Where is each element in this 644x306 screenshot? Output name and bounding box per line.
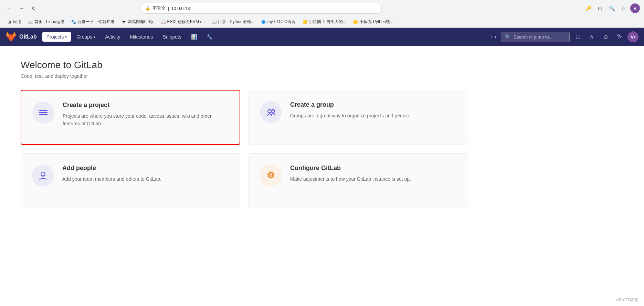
svg-rect-2 xyxy=(39,114,47,115)
url-separator: | xyxy=(168,6,169,11)
monkey1-icon: 🟡 xyxy=(303,20,307,24)
nav-user-avatar[interactable]: V ▾ xyxy=(627,31,638,42)
bookmark-linux[interactable]: 📖 首页 · Linux运维 xyxy=(25,18,67,26)
configure-gitlab-body: Configure GitLab Make adjustments to how… xyxy=(290,165,457,183)
51cto-icon: 🔷 xyxy=(261,20,266,24)
nav-user-initial: V xyxy=(631,34,634,40)
python-icon: 📖 xyxy=(212,20,217,24)
nav-wrench[interactable]: 🔧 xyxy=(202,32,217,42)
help-chevron-icon: ▾ xyxy=(620,35,622,39)
reload-button[interactable]: ↻ xyxy=(29,3,39,13)
nav-help-button[interactable]: ? ▾ xyxy=(614,31,625,42)
plus-chevron-icon: ▾ xyxy=(495,35,496,39)
bookmark-51cto[interactable]: 🔷 my-51CTO博客 xyxy=(258,18,298,26)
add-people-desc: Add your team members and others to GitL… xyxy=(62,175,229,183)
footer-note: ©51CTO简客 xyxy=(616,297,638,303)
star-icon[interactable]: ☆ xyxy=(619,3,628,13)
create-group-title: Create a group xyxy=(290,101,457,108)
wrench-icon: 🔧 xyxy=(207,34,212,40)
create-group-body: Create a group Groups are a great way to… xyxy=(290,101,457,119)
nav-milestones[interactable]: Milestones xyxy=(126,32,157,42)
search-icon[interactable]: 🔍 xyxy=(607,3,616,13)
key-icon[interactable]: 🔑 xyxy=(583,3,593,13)
bookmark-python[interactable]: 📖 目录 · Python全栈... xyxy=(209,18,257,26)
back-button[interactable]: ← xyxy=(4,3,14,13)
configure-gitlab-card[interactable]: Configure GitLab Make adjustments to how… xyxy=(249,153,468,208)
bookmark-python-label: 目录 · Python全栈... xyxy=(218,19,254,25)
nav-plus-button[interactable]: ＋ ▾ xyxy=(487,31,498,42)
create-project-card[interactable]: Create a project Projects are where you … xyxy=(21,90,240,145)
bookmark-esxi-label: ESXI 迁移至KVM (... xyxy=(167,19,205,25)
help-icon: ? xyxy=(617,34,620,40)
nav-activity[interactable]: Activity xyxy=(101,32,124,42)
url-display: 10.0.0.13 xyxy=(171,6,190,11)
cards-grid: Create a project Projects are where you … xyxy=(21,90,468,208)
bookmark-apps-label: 应用 xyxy=(13,19,21,25)
browser-actions: 🔑 ⊡ 🔍 ☆ V xyxy=(583,3,640,13)
nav-merge-request-button[interactable]: ⑃ xyxy=(586,31,597,42)
address-bar[interactable]: 🔒 不安全 | 10.0.0.13 xyxy=(141,3,382,14)
svg-point-8 xyxy=(273,110,274,111)
browser-user-avatar[interactable]: V xyxy=(630,3,640,13)
bookmark-monkey1-label: 小猿圈-IT自学人的... xyxy=(309,19,346,25)
add-people-card[interactable]: Add people Add your team members and oth… xyxy=(21,153,240,208)
list-icon xyxy=(38,107,49,118)
monkey2-icon: 🟡 xyxy=(353,20,358,24)
bookmark-apps[interactable]: ⊞ 应用 xyxy=(4,18,24,26)
svg-rect-0 xyxy=(39,110,47,111)
page-title: Welcome to GitLab xyxy=(21,60,623,71)
nav-search-placeholder: Search or jump to... xyxy=(514,34,552,40)
bookmark-baidu[interactable]: 🐾 百度一下，你就知道 xyxy=(68,18,117,26)
nav-chart[interactable]: 📊 xyxy=(187,32,201,42)
bookmark-monkey2-label: 小猿圈-Python视... xyxy=(359,19,393,25)
nav-projects-label: Projects xyxy=(46,34,64,40)
nav-snippets[interactable]: Snippets xyxy=(158,32,185,42)
configure-gitlab-title: Configure GitLab xyxy=(290,165,457,172)
main-content: Welcome to GitLab Code, test, and deploy… xyxy=(0,46,644,222)
security-icon: 🔒 xyxy=(145,6,150,11)
gear-icon xyxy=(265,170,276,181)
nav-search-bar[interactable]: 🔍 Search or jump to... xyxy=(501,32,570,42)
page-subtitle: Code, test, and deploy together xyxy=(21,73,623,79)
bookmark-51cto-label: my-51CTO博客 xyxy=(267,19,296,25)
bookmark-baidu-label: 百度一下，你就知道 xyxy=(77,19,115,25)
nav-issues-button[interactable]: ⊙ xyxy=(600,31,611,42)
bookmark-esxi[interactable]: 📖 ESXI 迁移至KVM (... xyxy=(158,18,208,26)
nav-milestones-label: Milestones xyxy=(130,34,153,40)
nav-groups[interactable]: Groups ▾ xyxy=(72,32,99,42)
bookmark-email[interactable]: ❤ 网易邮箱6.0版 xyxy=(119,18,157,26)
forward-button[interactable]: → xyxy=(17,3,26,13)
nav-todo-button[interactable]: ☐ xyxy=(572,31,583,42)
gitlab-logo-text: GitLab xyxy=(19,34,37,40)
search-magnifier-icon: 🔍 xyxy=(505,34,511,40)
translate-icon[interactable]: ⊡ xyxy=(595,3,605,13)
add-people-title: Add people xyxy=(62,165,229,172)
create-project-title: Create a project xyxy=(63,102,229,109)
configure-gitlab-desc: Make adjustments to how your GitLab inst… xyxy=(290,175,457,183)
configure-gitlab-icon-container xyxy=(260,165,282,187)
svg-point-6 xyxy=(270,110,271,111)
create-group-card[interactable]: Create a group Groups are a great way to… xyxy=(249,90,468,145)
nav-projects[interactable]: Projects ▾ xyxy=(42,32,71,42)
svg-point-10 xyxy=(42,173,42,174)
group-icon xyxy=(265,107,276,118)
nav-right: ＋ ▾ 🔍 Search or jump to... ☐ ⑃ ⊙ ? ▾ V ▾ xyxy=(487,31,638,42)
gitlab-logo-svg xyxy=(6,31,17,42)
baidu-icon: 🐾 xyxy=(71,20,76,24)
browser-chrome: ← → ↻ 🔒 不安全 | 10.0.0.13 🔑 ⊡ 🔍 ☆ V ⊞ 应用 📖… xyxy=(0,0,644,28)
security-label: 不安全 xyxy=(152,5,166,11)
add-people-body: Add people Add your team members and oth… xyxy=(62,165,229,183)
todo-icon: ☐ xyxy=(576,34,580,40)
gitlab-logo[interactable]: GitLab xyxy=(6,31,37,42)
svg-rect-1 xyxy=(39,112,47,113)
plus-icon: ＋ xyxy=(489,33,495,41)
add-people-icon-container xyxy=(32,165,54,187)
bookmark-monkey2[interactable]: 🟡 小猿圈-Python视... xyxy=(350,18,396,26)
merge-request-icon: ⑃ xyxy=(590,34,593,40)
svg-point-13 xyxy=(270,175,272,176)
nav-activity-label: Activity xyxy=(105,34,120,40)
issues-icon: ⊙ xyxy=(603,34,608,40)
bookmark-monkey1[interactable]: 🟡 小猿圈-IT自学人的... xyxy=(300,18,349,26)
create-project-body: Create a project Projects are where you … xyxy=(63,102,229,128)
svg-point-7 xyxy=(272,110,273,111)
